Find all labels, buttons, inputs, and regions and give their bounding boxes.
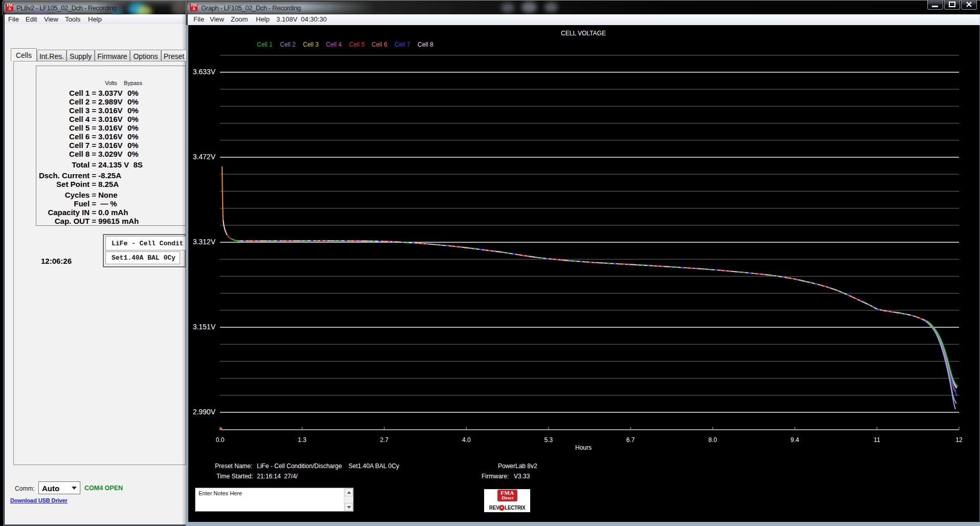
svg-text:Time Started:21:16:1427/4/: Time Started:21:16:1427/4/ [216, 473, 298, 480]
svg-text:12: 12 [955, 436, 963, 444]
svg-text:Cell 8: Cell 8 [418, 41, 433, 48]
svg-text:Cell 7: Cell 7 [395, 41, 410, 48]
svg-text:Cell 3: Cell 3 [303, 41, 319, 48]
svg-text:Cell 6: Cell 6 [372, 41, 387, 48]
svg-text:Cell 5: Cell 5 [349, 41, 365, 48]
svg-text:3.312V: 3.312V [193, 238, 216, 246]
svg-text:Preset Name:LiFe - Cell Condit: Preset Name:LiFe - Cell Condition/Discha… [215, 462, 399, 470]
svg-text:Firmware:V3.33: Firmware:V3.33 [482, 473, 530, 480]
svg-text:CELL VOLTAGE: CELL VOLTAGE [561, 30, 606, 37]
svg-text:3.472V: 3.472V [193, 153, 216, 161]
svg-text:3.151V: 3.151V [193, 323, 216, 331]
svg-text:Hours: Hours [575, 444, 592, 451]
svg-text:11: 11 [874, 436, 880, 444]
svg-text:6.7: 6.7 [626, 436, 635, 444]
svg-text:2.7: 2.7 [380, 436, 389, 444]
svg-text:5.3: 5.3 [544, 436, 553, 444]
svg-text:3.633V: 3.633V [193, 68, 216, 76]
svg-text:8.0: 8.0 [708, 436, 717, 444]
svg-text:Cell 1: Cell 1 [257, 41, 273, 48]
svg-text:PowerLab 8v2: PowerLab 8v2 [498, 462, 537, 470]
svg-text:1.3: 1.3 [298, 436, 307, 444]
svg-text:9.4: 9.4 [791, 436, 799, 444]
svg-text:4.0: 4.0 [462, 436, 471, 444]
svg-text:Cell 2: Cell 2 [280, 41, 296, 48]
svg-text:Cell 4: Cell 4 [326, 41, 342, 48]
svg-text:0.0: 0.0 [216, 436, 225, 444]
svg-text:2.990V: 2.990V [193, 408, 216, 416]
